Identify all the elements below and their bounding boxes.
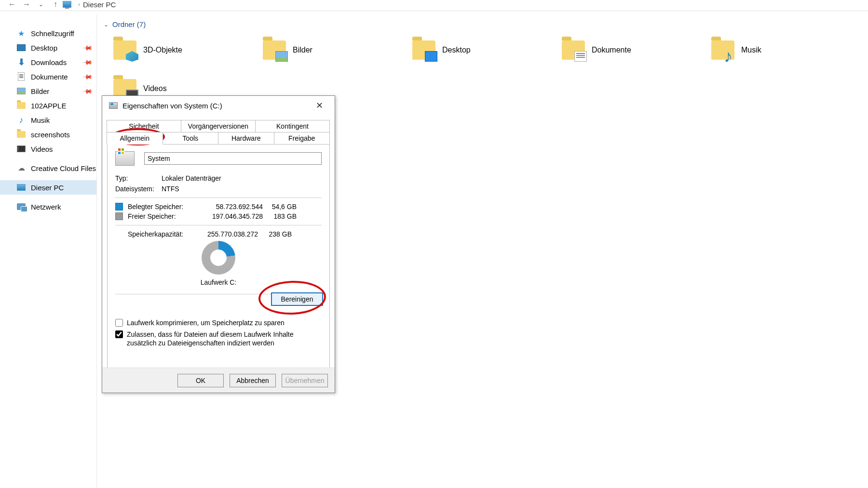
- drive-icon: [109, 102, 118, 109]
- pin-icon: 📌: [82, 71, 93, 82]
- divider: [115, 225, 322, 225]
- sidebar-item-network[interactable]: Netzwerk: [0, 199, 96, 214]
- pin-icon: 📌: [82, 42, 93, 53]
- index-label[interactable]: Zulassen, dass für Dateien auf diesem La…: [127, 330, 322, 347]
- drive-icon: [115, 151, 135, 166]
- pin-icon: 📌: [82, 57, 93, 67]
- section-header-label: Ordner (7): [112, 20, 146, 28]
- back-button[interactable]: ←: [5, 0, 19, 9]
- forward-button[interactable]: →: [19, 0, 34, 9]
- music-icon: ♪: [16, 116, 26, 124]
- chevron-down-icon: ⌄: [104, 21, 108, 28]
- tab-sharing[interactable]: Freigabe: [274, 132, 330, 145]
- sidebar-item-screenshots[interactable]: screenshots: [0, 127, 96, 142]
- drive-letter-label: Laufwerk C:: [115, 278, 322, 286]
- folder-icon: [16, 130, 26, 139]
- quick-access-label: Schnellzugriff: [31, 29, 74, 38]
- used-gb: 54,6 GB: [263, 203, 297, 211]
- folder-icon: [16, 101, 26, 110]
- tab-general[interactable]: Allgemein: [107, 132, 163, 145]
- sidebar-item-documents[interactable]: Dokumente 📌: [0, 69, 96, 84]
- index-checkbox-row: Zulassen, dass für Dateien auf diesem La…: [115, 330, 322, 347]
- sidebar-item-label: Desktop: [31, 44, 57, 52]
- ok-button[interactable]: OK: [177, 374, 224, 387]
- document-icon: [16, 72, 26, 81]
- cancel-button[interactable]: Abbrechen: [230, 374, 276, 387]
- sidebar-item-desktop[interactable]: Desktop 📌: [0, 40, 96, 55]
- sidebar-item-music[interactable]: ♪ Musik: [0, 113, 96, 127]
- up-button[interactable]: ↑: [48, 0, 63, 9]
- tab-previous-versions[interactable]: Vorgängerversionen: [181, 120, 256, 132]
- compress-label[interactable]: Laufwerk komprimieren, um Speicherplatz …: [127, 318, 322, 327]
- compress-checkbox[interactable]: [115, 319, 123, 327]
- tab-body-general: Typ: Lokaler Datenträger Dateisystem: NT…: [107, 145, 330, 384]
- sidebar-item-label: screenshots: [31, 131, 70, 139]
- dialog-titlebar[interactable]: Eigenschaften von System (C:) ✕: [102, 96, 335, 115]
- folder-label: Dokumente: [592, 46, 631, 54]
- sidebar-item-label: 102APPLE: [31, 102, 66, 110]
- sidebar-item-102apple[interactable]: 102APPLE: [0, 98, 96, 113]
- tab-strip: Sicherheit Vorgängerversionen Kontingent…: [107, 120, 330, 145]
- pc-icon: [16, 183, 26, 192]
- cloud-icon: [16, 164, 26, 172]
- apply-button[interactable]: Übernehmen: [282, 374, 328, 387]
- capacity-gb: 238 GB: [258, 230, 292, 238]
- used-swatch: [115, 203, 123, 211]
- folder-documents[interactable]: Dokumente: [562, 33, 711, 67]
- folder-label: Bilder: [293, 46, 312, 54]
- folder-label: Videos: [143, 84, 167, 93]
- folder-label: Musik: [741, 46, 761, 54]
- star-icon: ★: [16, 29, 26, 38]
- dialog-title: Eigenschaften von System (C:): [122, 102, 222, 110]
- used-bytes: 58.723.692.544: [205, 203, 263, 211]
- free-gb: 183 GB: [263, 212, 297, 220]
- network-icon: [16, 202, 26, 211]
- sidebar-item-this-pc[interactable]: Dieser PC: [0, 180, 96, 195]
- sidebar-item-label: Creative Cloud Files: [31, 164, 96, 172]
- toolbar-divider: [0, 11, 868, 11]
- folder-pictures[interactable]: Bilder: [263, 33, 412, 67]
- tab-security[interactable]: Sicherheit: [107, 120, 181, 132]
- index-checkbox[interactable]: [115, 330, 123, 338]
- capacity-row: Speicherkapazität: 255.770.038.272 238 G…: [115, 230, 322, 238]
- sidebar-item-label: Netzwerk: [31, 203, 61, 211]
- pc-icon: [63, 1, 71, 8]
- close-button[interactable]: ✕: [311, 98, 328, 113]
- picture-icon: [16, 87, 26, 95]
- capacity-bytes: 255.770.038.272: [200, 230, 258, 238]
- breadcrumb-this-pc[interactable]: Dieser PC: [83, 0, 116, 9]
- disk-cleanup-button[interactable]: Bereinigen: [271, 292, 323, 306]
- folder-3d-objects[interactable]: 3D-Objekte: [113, 33, 263, 67]
- free-space-row: Freier Speicher: 197.046.345.728 183 GB: [115, 212, 322, 220]
- navigation-pane: ★ Schnellzugriff Desktop 📌 ⬇ Downloads 📌…: [0, 14, 96, 488]
- tab-hardware[interactable]: Hardware: [218, 132, 274, 145]
- sidebar-item-videos[interactable]: Videos: [0, 142, 96, 156]
- folder-music[interactable]: Musik: [711, 33, 861, 67]
- divider: [115, 198, 322, 198]
- free-bytes: 197.046.345.728: [205, 212, 263, 220]
- type-label: Typ:: [115, 174, 162, 182]
- type-value: Lokaler Datenträger: [162, 174, 221, 182]
- drive-name-input[interactable]: [144, 152, 322, 165]
- section-header-folders[interactable]: ⌄ Ordner (7): [104, 20, 868, 28]
- folder-grid: 3D-Objekte Bilder Desktop Dokumente Musi…: [113, 33, 868, 106]
- properties-dialog: Eigenschaften von System (C:) ✕ Sicherhe…: [102, 95, 335, 393]
- dialog-footer: OK Abbrechen Übernehmen: [102, 368, 335, 393]
- sidebar-item-pictures[interactable]: Bilder 📌: [0, 84, 96, 98]
- folder-icon: [412, 40, 435, 60]
- folder-desktop[interactable]: Desktop: [412, 33, 562, 67]
- tab-tools[interactable]: Tools: [163, 132, 219, 145]
- folder-icon: [711, 40, 734, 60]
- sidebar-item-label: Bilder: [31, 87, 49, 95]
- sidebar-item-downloads[interactable]: ⬇ Downloads 📌: [0, 55, 96, 69]
- history-dropdown[interactable]: ⌄: [34, 0, 48, 9]
- sidebar-item-label: Videos: [31, 145, 53, 153]
- sidebar-item-label: Musik: [31, 116, 50, 124]
- sidebar-item-label: Dieser PC: [31, 184, 64, 192]
- quick-access-group[interactable]: ★ Schnellzugriff: [0, 26, 96, 40]
- folder-icon: [263, 40, 286, 60]
- sidebar-item-creative-cloud[interactable]: Creative Cloud Files: [0, 161, 96, 175]
- filesystem-label: Dateisystem:: [115, 185, 162, 193]
- folder-icon: [562, 40, 585, 60]
- tab-quota[interactable]: Kontingent: [255, 120, 330, 132]
